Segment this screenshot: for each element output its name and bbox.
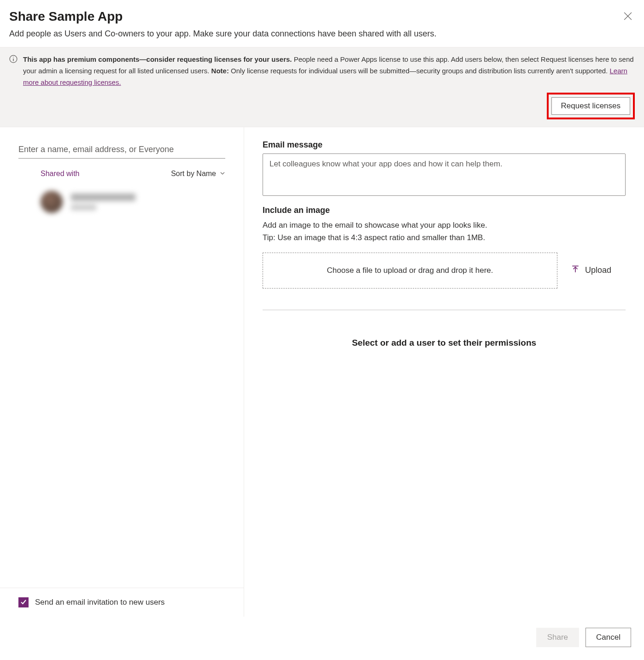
email-message-label: Email message — [263, 140, 626, 150]
highlight-frame: Request licenses — [547, 93, 635, 119]
upload-row: Choose a file to upload or drag and drop… — [263, 253, 626, 289]
dialog-footer: Share Cancel — [0, 617, 644, 660]
checkmark-icon — [20, 599, 27, 607]
shared-with-label: Shared with — [41, 170, 80, 178]
image-help2: Tip: Use an image that is 4:3 aspect rat… — [263, 231, 626, 244]
image-help1: Add an image to the email to showcase wh… — [263, 219, 626, 231]
dialog-subtitle: Add people as Users and Co-owners to you… — [0, 29, 644, 47]
cancel-button[interactable]: Cancel — [585, 628, 631, 647]
left-scroll[interactable]: Shared with Sort by Name — [0, 127, 244, 588]
chevron-down-icon — [220, 170, 225, 178]
list-header: Shared with Sort by Name — [0, 159, 244, 183]
permissions-prompt: Select or add a user to set their permis… — [263, 338, 626, 348]
main-area: Shared with Sort by Name — [0, 127, 644, 617]
dropzone-text: Choose a file to upload or drag and drop… — [327, 266, 493, 275]
include-image-label: Include an image — [263, 206, 626, 215]
right-pane: Email message Include an image Add an im… — [244, 127, 644, 617]
svg-point-4 — [13, 57, 14, 58]
file-dropzone[interactable]: Choose a file to upload or drag and drop… — [263, 253, 557, 289]
email-invite-row: Send an email invitation to new users — [0, 588, 244, 617]
upload-label: Upload — [585, 265, 611, 275]
upload-button[interactable]: Upload — [571, 265, 611, 276]
share-dialog: Share Sample App Add people as Users and… — [0, 0, 644, 660]
upload-arrow-icon — [571, 265, 580, 276]
close-icon — [624, 15, 632, 22]
share-button: Share — [536, 628, 579, 647]
search-wrap — [0, 127, 244, 159]
email-invite-label: Send an email invitation to new users — [35, 598, 165, 607]
banner-text: This app has premium components—consider… — [23, 54, 635, 88]
banner-text2: Only license requests for individual use… — [229, 67, 610, 75]
sort-by-label: Sort by Name — [171, 170, 216, 178]
sort-by-button[interactable]: Sort by Name — [171, 170, 225, 178]
user-name — [71, 194, 135, 201]
request-licenses-button[interactable]: Request licenses — [551, 97, 630, 115]
banner-action-row: Request licenses — [23, 93, 635, 119]
banner-body: This app has premium components—consider… — [23, 54, 635, 119]
left-pane: Shared with Sort by Name — [0, 127, 244, 617]
user-role — [71, 205, 96, 210]
dialog-title: Share Sample App — [9, 9, 123, 24]
info-icon — [9, 54, 18, 119]
email-invite-checkbox[interactable] — [18, 597, 29, 607]
close-button[interactable] — [621, 9, 635, 24]
search-input[interactable] — [18, 141, 225, 159]
license-banner: This app has premium components—consider… — [0, 47, 644, 127]
user-text — [71, 194, 135, 210]
email-section: Email message — [263, 140, 626, 197]
avatar — [41, 191, 63, 213]
dialog-header: Share Sample App — [0, 0, 644, 29]
banner-bold: This app has premium components—consider… — [23, 55, 292, 63]
user-row[interactable] — [0, 183, 244, 221]
email-message-textarea[interactable] — [263, 153, 626, 196]
image-section: Include an image Add an image to the ema… — [263, 206, 626, 288]
banner-note: Note: — [211, 67, 229, 75]
divider — [263, 310, 626, 310]
